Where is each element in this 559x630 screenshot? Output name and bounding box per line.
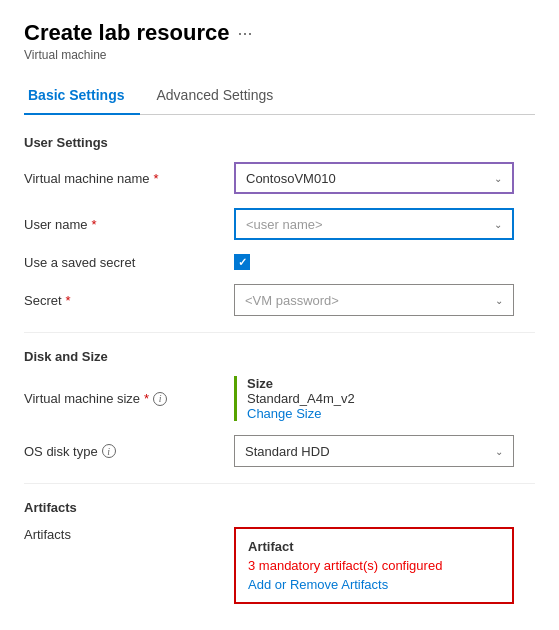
add-remove-artifacts-link[interactable]: Add or Remove Artifacts (248, 577, 388, 592)
secret-placeholder: <VM password> (245, 293, 339, 308)
vm-size-required: * (144, 391, 149, 406)
vm-name-field[interactable]: ContosoVM010 ⌄ (234, 162, 514, 194)
user-name-dropdown[interactable]: <user name> ⌄ (234, 208, 514, 240)
page-subtitle: Virtual machine (24, 48, 535, 62)
os-disk-row: OS disk type i Standard HDD ⌄ (24, 435, 535, 467)
os-disk-field[interactable]: Standard HDD ⌄ (234, 435, 514, 467)
vm-size-block: Size Standard_A4m_v2 Change Size (234, 376, 514, 421)
secret-required: * (66, 293, 71, 308)
title-ellipsis-menu[interactable]: ··· (237, 23, 252, 44)
vm-size-label: Virtual machine size * i (24, 391, 234, 406)
section-divider-2 (24, 483, 535, 484)
vm-name-dropdown[interactable]: ContosoVM010 ⌄ (234, 162, 514, 194)
user-name-chevron-icon: ⌄ (494, 219, 502, 230)
os-disk-label: OS disk type i (24, 444, 234, 459)
saved-secret-checkbox-wrapper[interactable]: ✓ (234, 254, 250, 270)
saved-secret-row: Use a saved secret ✓ (24, 254, 535, 270)
os-disk-info-icon[interactable]: i (102, 444, 116, 458)
change-size-link[interactable]: Change Size (247, 406, 321, 421)
os-disk-dropdown[interactable]: Standard HDD ⌄ (234, 435, 514, 467)
tab-basic-settings[interactable]: Basic Settings (24, 79, 140, 115)
user-name-label: User name * (24, 217, 234, 232)
vm-name-value: ContosoVM010 (246, 171, 336, 186)
user-name-row: User name * <user name> ⌄ (24, 208, 535, 240)
checkbox-check-icon: ✓ (238, 256, 247, 269)
secret-dropdown[interactable]: <VM password> ⌄ (234, 284, 514, 316)
artifacts-row: Artifacts Artifact 3 mandatory artifact(… (24, 527, 535, 604)
saved-secret-label: Use a saved secret (24, 255, 234, 270)
artifacts-count: 3 mandatory artifact(s) configured (248, 558, 500, 573)
artifacts-section-label: Artifacts (24, 500, 535, 515)
vm-name-chevron-icon: ⌄ (494, 173, 502, 184)
vm-name-label: Virtual machine name * (24, 171, 234, 186)
vm-name-required: * (154, 171, 159, 186)
vm-size-row: Virtual machine size * i Size Standard_A… (24, 376, 535, 421)
artifacts-box: Artifact 3 mandatory artifact(s) configu… (234, 527, 514, 604)
artifacts-field-label: Artifacts (24, 527, 234, 542)
user-name-field[interactable]: <user name> ⌄ (234, 208, 514, 240)
saved-secret-checkbox[interactable]: ✓ (234, 254, 250, 270)
user-settings-section-label: User Settings (24, 135, 535, 150)
user-name-required: * (92, 217, 97, 232)
section-divider-1 (24, 332, 535, 333)
vm-size-info-icon[interactable]: i (153, 392, 167, 406)
user-name-placeholder: <user name> (246, 217, 323, 232)
secret-field[interactable]: <VM password> ⌄ (234, 284, 514, 316)
vm-size-info-block: Size Standard_A4m_v2 Change Size (234, 376, 514, 421)
disk-size-section-label: Disk and Size (24, 349, 535, 364)
tab-advanced-settings[interactable]: Advanced Settings (152, 79, 289, 115)
vm-size-value: Standard_A4m_v2 (247, 391, 514, 406)
vm-size-title: Size (247, 376, 514, 391)
secret-row: Secret * <VM password> ⌄ (24, 284, 535, 316)
os-disk-chevron-icon: ⌄ (495, 446, 503, 457)
artifacts-box-title: Artifact (248, 539, 500, 554)
secret-label: Secret * (24, 293, 234, 308)
tab-bar: Basic Settings Advanced Settings (24, 78, 535, 115)
secret-chevron-icon: ⌄ (495, 295, 503, 306)
page-title: Create lab resource (24, 20, 229, 46)
os-disk-value: Standard HDD (245, 444, 330, 459)
vm-name-row: Virtual machine name * ContosoVM010 ⌄ (24, 162, 535, 194)
